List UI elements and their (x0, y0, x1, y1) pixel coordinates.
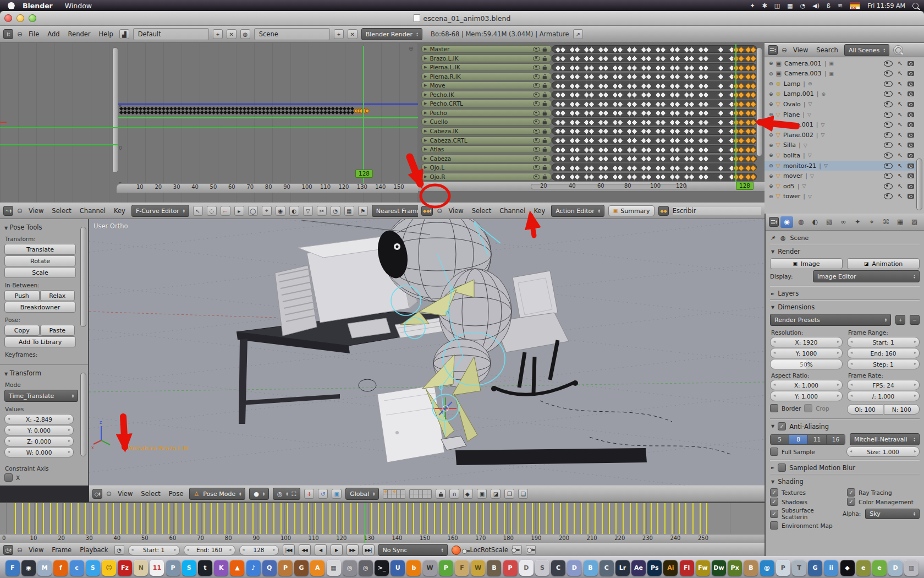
keyframe-diamond[interactable] (674, 146, 681, 154)
fcurve-menu-select[interactable]: Select (50, 207, 73, 215)
screen-layout-icon[interactable]: ▟ (119, 29, 129, 39)
keyframe-diamond[interactable] (717, 55, 724, 62)
outliner-item[interactable]: ⊕▽Ovalo|▽↖ (765, 99, 916, 109)
viewport-menu-pose[interactable]: Pose (167, 490, 186, 498)
keyframe-diamond[interactable] (674, 137, 681, 144)
transform-mode-dropdown[interactable]: Time_Translate▴▾ (4, 390, 78, 402)
ray-tracing-checkbox[interactable]: ✓ (847, 488, 855, 497)
layer-cell[interactable] (388, 490, 392, 494)
renderable-icon[interactable] (908, 112, 914, 117)
keyframe-diamond[interactable] (617, 101, 624, 108)
summary-toggle-button[interactable]: ▣Summary (608, 205, 655, 216)
shading-dropdown[interactable]: ●▴▾ (249, 488, 269, 500)
dock-dvd-player[interactable]: ◎ (359, 560, 373, 576)
resolution-x-field[interactable]: ◂X: 1920▸ (770, 337, 843, 347)
tab-object[interactable]: ▧ (823, 216, 835, 228)
selectable-icon[interactable]: ↖ (898, 132, 903, 139)
aa-size-field[interactable]: ◂Size: 1.000▸ (846, 446, 920, 457)
keyframe-diamond[interactable] (688, 137, 695, 144)
timeline-ruler[interactable]: 0102030405060708090100110120130140150160… (0, 534, 765, 543)
panel-title[interactable]: ▼ Transform (4, 369, 84, 377)
keyframe-diamond[interactable] (602, 110, 609, 117)
cursor-icon[interactable]: ↖ (193, 206, 203, 216)
selectable-icon[interactable]: ↖ (898, 90, 903, 97)
keyframe-diamond[interactable] (602, 55, 609, 62)
keyframe-diamond[interactable] (674, 55, 681, 62)
outliner-item[interactable]: ⊕▽mover|▽↖ (765, 171, 916, 181)
lock-icon[interactable] (543, 57, 547, 61)
selectable-icon[interactable]: ↖ (898, 172, 903, 179)
dock-finder[interactable]: F (6, 560, 20, 576)
outliner-scrollbar[interactable] (916, 159, 922, 210)
action-channel[interactable]: ▶Pecho.CRTL (421, 100, 552, 107)
full-sample-checkbox[interactable]: ✓ (770, 448, 778, 456)
keyframe-diamond[interactable] (574, 137, 581, 144)
keyframe-diamond[interactable] (645, 173, 652, 181)
menu-file[interactable]: File (26, 30, 41, 38)
keyframe-diamond[interactable] (674, 83, 681, 90)
keyframe-diamond[interactable] (602, 155, 609, 162)
action-menu-view[interactable]: View (446, 207, 465, 215)
keyframe-diamond[interactable] (588, 155, 595, 162)
keyframe-diamond[interactable] (631, 137, 638, 144)
keyframe-diamond[interactable] (617, 173, 624, 181)
time-machine-icon[interactable]: ◔ (800, 2, 806, 9)
keyframe-diamond[interactable] (631, 146, 638, 154)
wifi-icon[interactable]: ≋ (838, 2, 843, 9)
renderable-icon[interactable] (908, 194, 914, 199)
visibility-icon[interactable] (884, 163, 893, 169)
keyframe-diamond[interactable] (738, 73, 745, 80)
scene-field[interactable]: Scene (254, 28, 330, 40)
visibility-icon[interactable] (533, 74, 540, 79)
visibility-icon[interactable] (533, 101, 540, 106)
expand-icon[interactable]: ⊕ (769, 194, 773, 199)
keyframe-diamond[interactable] (750, 64, 757, 72)
rotate-button[interactable]: Rotate (4, 255, 76, 266)
renderable-icon[interactable] (908, 102, 914, 107)
tab-world[interactable]: ◐ (809, 216, 822, 228)
keyframe-diamond[interactable] (588, 91, 595, 99)
keyframe-diamond[interactable] (717, 146, 724, 154)
dock-vlc[interactable]: ▲ (230, 560, 244, 576)
keyframe-diamond[interactable] (574, 128, 581, 135)
keyframe-diamond[interactable] (717, 64, 724, 72)
visibility-icon[interactable] (533, 165, 540, 170)
keyframe-diamond[interactable] (588, 128, 595, 135)
timeline-current-frame-line[interactable] (364, 503, 365, 543)
fps-field[interactable]: ◂FPS: 24▸ (847, 380, 920, 390)
filter-hidden-icon[interactable]: ◯ (248, 206, 258, 216)
layer-cell[interactable] (414, 494, 418, 498)
keyframe-diamond[interactable] (674, 165, 681, 172)
keyframe-diamond[interactable] (617, 73, 624, 80)
outliner-item[interactable]: ⊕▽tower|▽↖ (765, 192, 916, 201)
dock-messenger[interactable]: ☺ (102, 560, 116, 576)
keyframe-diamond[interactable] (659, 155, 667, 162)
manipulator-scale-icon[interactable]: ▣ (332, 489, 342, 499)
manipulator-rotate-icon[interactable]: ↺ (318, 489, 328, 499)
snap-element-dropdown[interactable]: ◆▴▾ (463, 489, 473, 499)
keyframe-diamond[interactable] (659, 64, 667, 72)
menu-help[interactable]: Help (97, 30, 116, 38)
keyframe-diamond[interactable] (688, 46, 695, 53)
layers-panel-header[interactable]: ►Layers (770, 287, 920, 299)
display-icon[interactable]: ◫ (774, 2, 780, 9)
viewport-menu-select[interactable]: Select (139, 490, 162, 498)
keyframe-diamond[interactable] (574, 83, 581, 90)
action-menu-key[interactable]: Key (531, 207, 547, 215)
keyframe-diamond[interactable] (688, 64, 695, 72)
viewport-3d[interactable]: z x (89, 219, 765, 486)
tab-bone-constraint[interactable]: ⌘ (880, 216, 893, 228)
play-reverse-button[interactable]: ◀ (315, 544, 327, 555)
keyframe-diamond[interactable] (674, 101, 681, 108)
keyframe-diamond[interactable] (559, 101, 566, 108)
lock-icon[interactable] (543, 75, 547, 79)
paste-pose-icon[interactable]: ❏ (518, 489, 528, 499)
selectable-icon[interactable]: ↖ (898, 111, 903, 118)
editor-type-button[interactable]: i ▴▾ (3, 29, 13, 39)
keyframe-diamond[interactable] (674, 128, 681, 135)
keyframe-diamond[interactable] (717, 128, 724, 135)
layers-grid-1[interactable] (383, 489, 405, 499)
collapse-menus-icon[interactable]: ⊖ (106, 490, 112, 498)
paste-pose-button[interactable]: Paste (40, 325, 75, 336)
border-checkbox[interactable]: ✓ (770, 404, 778, 412)
